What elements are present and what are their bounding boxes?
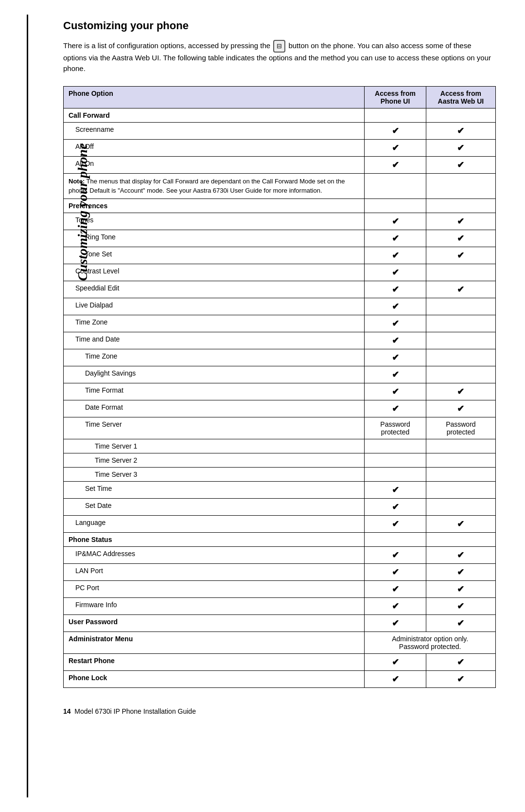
table-row: Contrast Level✔ [64,264,496,281]
table-row: Phone Status [64,532,496,546]
sidebar-rotated-text: Customizing your phone [75,143,90,281]
table-row: Tone Set✔✔ [64,247,496,264]
table-row: Set Date✔ [64,498,496,515]
intro-paragraph: There is a list of configuration options… [63,40,496,74]
page-title: Customizing your phone [63,19,496,32]
table-row: Tones✔✔ [64,213,496,230]
table-row: Call Forward [64,108,496,122]
table-row: Speeddial Edit✔✔ [64,281,496,298]
table-row: PC Port✔✔ [64,580,496,597]
footer: 14 Model 6730i IP Phone Installation Gui… [63,707,496,715]
page-number: 14 [63,707,71,715]
intro-part1: There is a list of configuration options… [63,41,272,50]
main-content: Customizing your phone There is a list o… [63,19,496,715]
table-row: Live Dialpad✔ [64,298,496,315]
left-border-line [27,15,28,797]
table-row: All Off✔✔ [64,139,496,156]
table-row: Time ServerPassword protectedPassword pr… [64,417,496,439]
table-header-row: Phone Option Access from Phone UI Access… [64,86,496,108]
table-row: Set Time✔ [64,481,496,498]
table-row: Restart Phone✔✔ [64,653,496,670]
page-container: Customizing your phone Customizing your … [0,0,525,812]
table-row: Administrator MenuAdministrator option o… [64,632,496,653]
table-row: Time Server 1 [64,439,496,453]
table-row: Time Server 2 [64,453,496,467]
table-row: Screenname✔✔ [64,122,496,139]
table-row: Daylight Savings✔ [64,366,496,383]
table-row: Preferences [64,198,496,213]
table-row: Firmware Info✔✔ [64,597,496,614]
menu-icon: ⊟ [273,40,285,53]
table-row: All On✔✔ [64,156,496,173]
table-row: Language✔✔ [64,515,496,532]
table-row: Time Server 3 [64,467,496,481]
table-row: Time Zone✔ [64,315,496,332]
table-row: Time Zone✔ [64,349,496,366]
table-row: User Password✔✔ [64,614,496,632]
col3-header: Access from Aastra Web UI [426,86,495,108]
table-row: Time Format✔✔ [64,383,496,400]
table-row: Date Format✔✔ [64,400,496,417]
options-table: Phone Option Access from Phone UI Access… [63,86,496,688]
table-row: Ring Tone✔✔ [64,230,496,247]
table-row: Phone Lock✔✔ [64,670,496,687]
table-row: Note: The menus that display for Call Fo… [64,173,496,198]
footer-text: Model 6730i IP Phone Installation Guide [74,707,196,715]
col2-header: Access from Phone UI [365,86,426,108]
col1-header: Phone Option [64,86,365,108]
table-row: IP&MAC Addresses✔✔ [64,546,496,563]
table-row: Time and Date✔ [64,332,496,349]
table-row: LAN Port✔✔ [64,563,496,580]
